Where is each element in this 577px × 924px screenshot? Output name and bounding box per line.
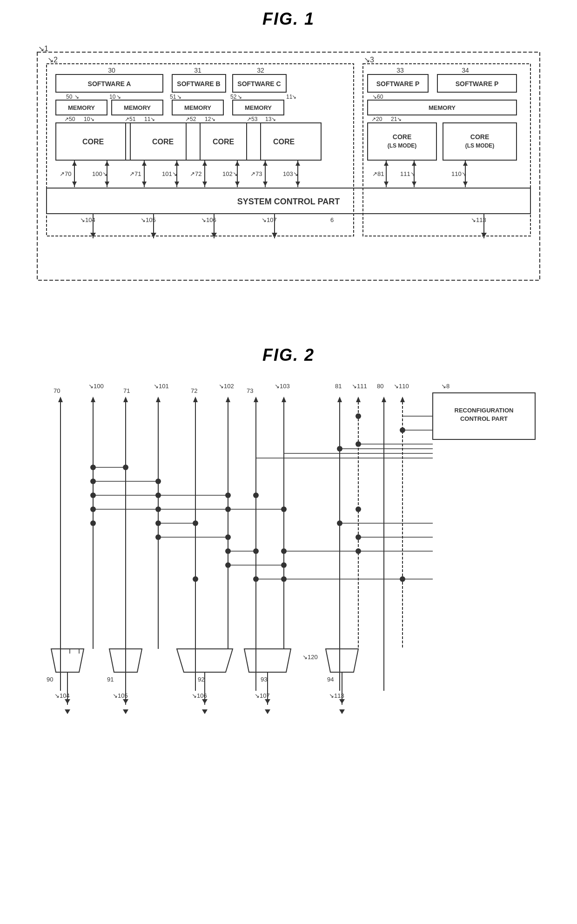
svg-marker-80: [174, 182, 179, 186]
svg-point-215: [253, 576, 259, 582]
svg-text:MEMORY: MEMORY: [429, 104, 456, 111]
svg-point-175: [400, 427, 405, 433]
svg-point-216: [281, 576, 287, 582]
svg-point-255: [193, 576, 198, 582]
svg-text:34: 34: [462, 67, 469, 74]
svg-marker-84: [202, 161, 207, 166]
svg-text:↘8: ↘8: [441, 383, 450, 390]
svg-text:↘120: ↘120: [302, 654, 318, 661]
svg-text:32: 32: [257, 67, 264, 74]
svg-point-174: [356, 413, 361, 419]
svg-text:SOFTWARE P: SOFTWARE P: [456, 80, 499, 88]
svg-marker-75: [142, 182, 147, 186]
svg-text:81: 81: [335, 383, 342, 390]
svg-marker-243: [339, 699, 345, 704]
svg-point-194: [155, 520, 161, 526]
svg-text:21↘: 21↘: [391, 116, 402, 122]
svg-text:SYSTEM CONTROL PART: SYSTEM CONTROL PART: [237, 197, 340, 206]
svg-point-189: [90, 506, 96, 512]
svg-point-185: [90, 492, 96, 498]
svg-marker-122: [272, 233, 277, 237]
svg-marker-240: [265, 699, 270, 704]
svg-text:CORE: CORE: [82, 138, 104, 146]
svg-point-256: [253, 492, 259, 498]
svg-marker-100: [384, 161, 389, 166]
svg-marker-91: [263, 182, 268, 186]
svg-text:MEMORY: MEMORY: [245, 104, 272, 111]
svg-marker-163: [356, 397, 361, 402]
svg-text:94: 94: [327, 676, 334, 683]
svg-text:↘107: ↘107: [255, 692, 270, 699]
svg-text:91: 91: [107, 676, 114, 683]
svg-marker-71: [105, 161, 109, 166]
svg-marker-151: [156, 397, 161, 402]
svg-text:↗81: ↗81: [372, 170, 384, 177]
svg-text:10: 10: [109, 94, 116, 100]
svg-text:CORE: CORE: [393, 133, 411, 141]
svg-marker-72: [105, 182, 109, 186]
fig2-title: FIG. 2: [28, 345, 549, 365]
svg-marker-113: [90, 233, 96, 237]
svg-point-201: [253, 548, 259, 554]
svg-text:↘: ↘: [237, 94, 242, 100]
svg-text:(LS MODE): (LS MODE): [465, 142, 495, 149]
svg-rect-63: [443, 123, 517, 160]
svg-marker-225: [244, 649, 291, 672]
svg-point-183: [155, 479, 161, 484]
svg-text:50: 50: [66, 94, 73, 100]
svg-text:CORE: CORE: [470, 133, 489, 141]
svg-text:↘110: ↘110: [394, 383, 409, 390]
svg-text:51: 51: [170, 94, 176, 100]
svg-marker-119: [211, 233, 217, 237]
svg-text:↗72: ↗72: [190, 170, 201, 177]
svg-text:90: 90: [47, 676, 53, 683]
svg-marker-157: [254, 397, 258, 402]
svg-marker-83: [202, 182, 207, 186]
svg-marker-165: [382, 397, 386, 402]
spacer1: [28, 327, 549, 345]
svg-marker-249: [339, 709, 345, 714]
svg-text:↘100: ↘100: [88, 383, 104, 390]
svg-marker-149: [123, 397, 128, 402]
svg-text:↗51: ↗51: [125, 116, 136, 122]
svg-marker-116: [151, 233, 156, 237]
svg-rect-4: [363, 64, 530, 236]
svg-marker-147: [91, 397, 95, 402]
svg-text:↘111: ↘111: [352, 383, 367, 390]
svg-text:↘103: ↘103: [275, 383, 290, 390]
fig1-title: FIG. 1: [28, 9, 549, 29]
svg-marker-88: [235, 182, 240, 186]
svg-text:CORE: CORE: [213, 138, 235, 146]
svg-text:MEMORY: MEMORY: [68, 104, 95, 111]
svg-text:↘: ↘: [116, 94, 121, 100]
svg-text:↘2: ↘2: [47, 56, 58, 64]
svg-marker-99: [384, 182, 389, 186]
svg-point-186: [155, 492, 161, 498]
svg-text:101↘: 101↘: [162, 170, 177, 177]
page: FIG. 1 ↘1 ↘2 ↘3 30 SOFTWARE A 31 SOFTWAR…: [0, 0, 577, 803]
svg-text:10↘: 10↘: [84, 116, 94, 122]
svg-text:31: 31: [194, 67, 201, 74]
svg-text:SOFTWARE B: SOFTWARE B: [177, 80, 220, 88]
svg-marker-103: [412, 161, 416, 166]
svg-marker-161: [337, 397, 342, 402]
svg-text:102↘: 102↘: [222, 170, 238, 177]
svg-marker-159: [282, 397, 286, 402]
svg-text:SOFTWARE P: SOFTWARE P: [376, 80, 420, 88]
svg-text:↗73: ↗73: [250, 170, 262, 177]
svg-text:↗70: ↗70: [60, 170, 71, 177]
svg-marker-145: [58, 397, 63, 402]
svg-text:80: 80: [377, 383, 383, 390]
fig1-diagram: ↘1 ↘2 ↘3 30 SOFTWARE A 31 SOFTWARE B 32 …: [33, 38, 544, 327]
svg-point-179: [90, 465, 96, 470]
svg-point-205: [356, 506, 361, 512]
svg-text:↗52: ↗52: [185, 116, 196, 122]
svg-point-197: [155, 534, 161, 540]
svg-marker-246: [123, 709, 128, 714]
svg-marker-153: [193, 397, 198, 402]
svg-text:100↘: 100↘: [92, 170, 107, 177]
svg-marker-96: [295, 182, 300, 186]
svg-text:↘107: ↘107: [262, 216, 277, 223]
svg-text:SOFTWARE A: SOFTWARE A: [88, 80, 131, 88]
svg-text:↘3: ↘3: [364, 56, 374, 64]
